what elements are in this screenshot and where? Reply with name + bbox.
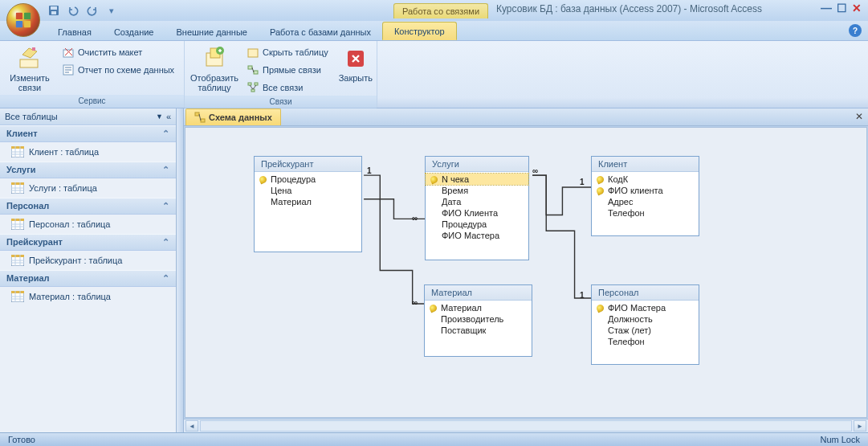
hide-table-icon: [247, 46, 259, 59]
nav-category-pricelist[interactable]: Прейскурант⌃: [0, 234, 176, 251]
save-icon[interactable]: [47, 3, 61, 18]
schema-report-icon: [62, 63, 75, 76]
close-document-button[interactable]: ✕: [854, 111, 865, 122]
edit-relationships-button[interactable]: Изменить связи: [5, 44, 55, 94]
doc-tab-schema[interactable]: Схема данных: [185, 108, 281, 125]
close-relationships-button[interactable]: Закрыть: [336, 44, 376, 84]
svg-rect-8: [32, 47, 35, 51]
tab-create[interactable]: Создание: [103, 23, 165, 40]
relationships-canvas[interactable]: 1 ∞ ∞ ∞ 1 1 Прейскурант Процедура Цена М…: [185, 127, 867, 418]
field[interactable]: Дата: [426, 196, 528, 207]
field[interactable]: Должность: [592, 313, 699, 325]
nav-item-staff-table[interactable]: Персонал : таблица: [0, 215, 176, 234]
tab-home[interactable]: Главная: [47, 23, 103, 40]
help-button[interactable]: ?: [849, 24, 862, 37]
field[interactable]: N чека: [426, 174, 528, 185]
nav-category-material[interactable]: Материал⌃: [0, 270, 176, 287]
field[interactable]: Телефон: [592, 207, 699, 219]
field[interactable]: Процедура: [255, 174, 361, 185]
svg-rect-22: [11, 146, 24, 149]
show-table-icon: [202, 46, 227, 72]
collapse-pane-icon[interactable]: «: [166, 112, 171, 121]
svg-rect-2: [16, 21, 22, 27]
svg-rect-17: [248, 83, 251, 85]
tab-database-tools[interactable]: Работа с базами данных: [259, 23, 382, 40]
svg-rect-5: [51, 6, 57, 10]
field[interactable]: ФИО Мастера: [426, 230, 528, 241]
field[interactable]: КодК: [592, 174, 699, 185]
nav-shutter-bar[interactable]: [177, 108, 184, 432]
table-material-header[interactable]: Материал: [425, 285, 532, 301]
nav-item-client-table[interactable]: Клиент : таблица: [0, 142, 176, 162]
field[interactable]: Стаж (лет): [592, 325, 699, 336]
field[interactable]: Цена: [255, 185, 361, 196]
collapse-icon[interactable]: ⌃: [162, 273, 169, 284]
qat-dropdown-icon[interactable]: ▾: [104, 3, 119, 18]
svg-rect-32: [201, 119, 205, 122]
svg-rect-16: [254, 71, 258, 74]
field[interactable]: Процедура: [426, 219, 528, 230]
nav-item-services-table[interactable]: Услуги : таблица: [0, 178, 176, 198]
field[interactable]: Адрес: [592, 196, 699, 207]
collapse-icon[interactable]: ⌃: [162, 201, 169, 211]
table-staff-header[interactable]: Персонал: [592, 285, 699, 301]
svg-rect-26: [11, 219, 24, 221]
minimize-button[interactable]: —: [821, 2, 832, 14]
schema-report-button[interactable]: Отчет по схеме данных: [59, 62, 177, 78]
status-bar: Готово Num Lock: [0, 432, 868, 446]
field[interactable]: ФИО Мастера: [592, 302, 699, 313]
close-window-button[interactable]: ✕: [852, 2, 862, 14]
office-button[interactable]: [6, 3, 40, 37]
context-tab-label: Работа со связями: [393, 3, 488, 18]
table-staff[interactable]: Персонал ФИО Мастера Должность Стаж (лет…: [591, 284, 699, 365]
close-icon: [343, 46, 369, 72]
scroll-left-icon[interactable]: ◄: [185, 420, 198, 432]
table-services-header[interactable]: Услуги: [426, 157, 528, 172]
nav-item-material-table[interactable]: Материал : таблица: [0, 287, 176, 306]
nav-pane-header[interactable]: Все таблицы ▼«: [0, 108, 176, 125]
svg-rect-14: [248, 49, 258, 57]
chevron-down-icon[interactable]: ▼: [156, 113, 163, 121]
table-client-header[interactable]: Клиент: [592, 157, 699, 172]
field[interactable]: Материал: [425, 302, 532, 313]
quick-access-toolbar: ▾: [47, 3, 119, 18]
field[interactable]: Поставщик: [425, 325, 532, 336]
table-services[interactable]: Услуги N чека Время Дата ФИО Клиента Про…: [425, 156, 529, 260]
show-table-button[interactable]: Отобразить таблицу: [189, 44, 239, 94]
field[interactable]: ФИО Клиента: [426, 207, 528, 219]
nav-item-pricelist-table[interactable]: Прейскурант : таблица: [0, 251, 176, 270]
collapse-icon[interactable]: ⌃: [162, 129, 169, 139]
redo-icon[interactable]: [85, 3, 100, 18]
svg-rect-15: [248, 66, 252, 69]
navigation-pane: Все таблицы ▼« Клиент⌃ Клиент : таблица …: [0, 108, 177, 432]
field[interactable]: Телефон: [592, 336, 699, 347]
field[interactable]: ФИО клиента: [592, 185, 699, 196]
svg-rect-18: [255, 83, 258, 85]
ribbon: Изменить связи Очистить макет Отчет по с…: [0, 41, 868, 108]
field[interactable]: Материал: [255, 196, 361, 207]
nav-category-services[interactable]: Услуги⌃: [0, 162, 176, 178]
nav-category-staff[interactable]: Персонал⌃: [0, 198, 176, 215]
table-pricelist[interactable]: Прейскурант Процедура Цена Материал: [254, 156, 362, 252]
maximize-button[interactable]: ☐: [837, 2, 847, 14]
close-label: Закрыть: [339, 73, 373, 83]
table-material[interactable]: Материал Материал Производитель Поставщи…: [424, 284, 532, 357]
svg-rect-0: [16, 13, 22, 19]
table-client[interactable]: Клиент КодК ФИО клиента Адрес Телефон: [591, 156, 699, 236]
scroll-right-icon[interactable]: ►: [854, 420, 866, 432]
tab-constructor[interactable]: Конструктор: [382, 22, 457, 40]
nav-category-client[interactable]: Клиент⌃: [0, 125, 176, 142]
all-links-button[interactable]: Все связи: [244, 80, 331, 96]
horizontal-scrollbar[interactable]: ◄ ►: [184, 419, 868, 432]
field[interactable]: Время: [426, 185, 528, 196]
direct-links-button[interactable]: Прямые связи: [244, 62, 331, 78]
hide-table-button[interactable]: Скрыть таблицу: [244, 44, 331, 60]
undo-icon[interactable]: [66, 3, 80, 18]
tab-external-data[interactable]: Внешние данные: [165, 23, 259, 40]
clear-layout-button[interactable]: Очистить макет: [59, 44, 177, 60]
scroll-track[interactable]: [200, 420, 852, 432]
collapse-icon[interactable]: ⌃: [162, 237, 169, 248]
table-pricelist-header[interactable]: Прейскурант: [255, 157, 361, 172]
field[interactable]: Производитель: [425, 313, 532, 325]
collapse-icon[interactable]: ⌃: [162, 165, 169, 175]
